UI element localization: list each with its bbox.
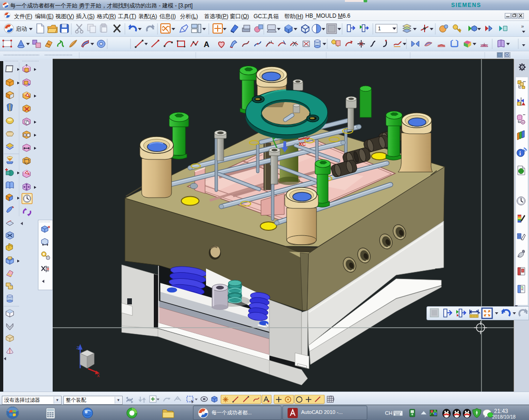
svg-text:启动: 启动 [16, 26, 27, 32]
svg-text:Z: Z [76, 345, 79, 350]
svg-text:i: i [519, 150, 521, 157]
svg-text:»: » [521, 23, 524, 29]
svg-text:1: 1 [378, 26, 381, 31]
svg-text:XC: XC [299, 141, 306, 147]
svg-text:X: X [97, 373, 100, 378]
svg-text:A: A [204, 40, 209, 49]
